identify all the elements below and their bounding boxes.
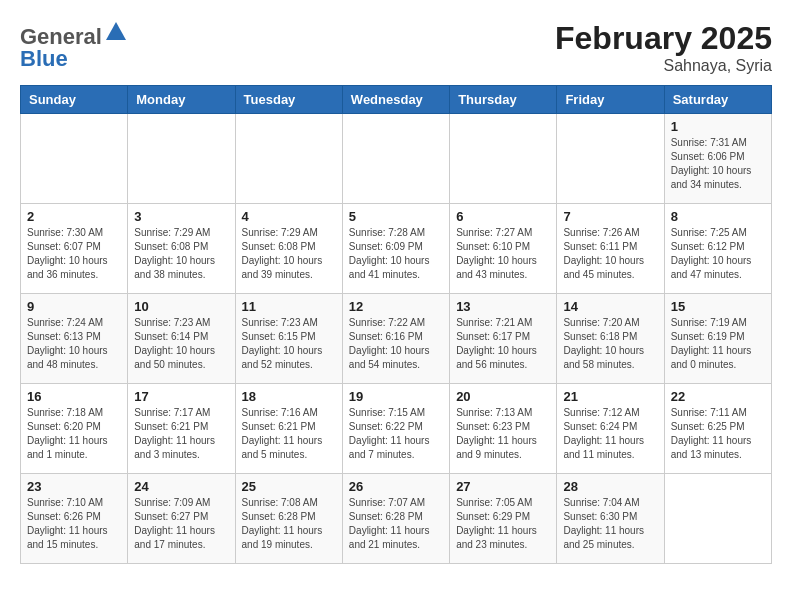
day-info: Sunrise: 7:07 AM Sunset: 6:28 PM Dayligh… <box>349 496 443 552</box>
day-number: 20 <box>456 389 550 404</box>
day-info: Sunrise: 7:19 AM Sunset: 6:19 PM Dayligh… <box>671 316 765 372</box>
calendar-week-1: 1Sunrise: 7:31 AM Sunset: 6:06 PM Daylig… <box>21 114 772 204</box>
day-number: 6 <box>456 209 550 224</box>
day-info: Sunrise: 7:31 AM Sunset: 6:06 PM Dayligh… <box>671 136 765 192</box>
weekday-thursday: Thursday <box>450 86 557 114</box>
calendar-cell: 13Sunrise: 7:21 AM Sunset: 6:17 PM Dayli… <box>450 294 557 384</box>
day-info: Sunrise: 7:24 AM Sunset: 6:13 PM Dayligh… <box>27 316 121 372</box>
day-info: Sunrise: 7:28 AM Sunset: 6:09 PM Dayligh… <box>349 226 443 282</box>
day-info: Sunrise: 7:22 AM Sunset: 6:16 PM Dayligh… <box>349 316 443 372</box>
calendar-cell: 2Sunrise: 7:30 AM Sunset: 6:07 PM Daylig… <box>21 204 128 294</box>
logo-icon <box>104 20 128 44</box>
day-number: 12 <box>349 299 443 314</box>
day-info: Sunrise: 7:17 AM Sunset: 6:21 PM Dayligh… <box>134 406 228 462</box>
calendar-cell: 24Sunrise: 7:09 AM Sunset: 6:27 PM Dayli… <box>128 474 235 564</box>
day-number: 21 <box>563 389 657 404</box>
calendar-week-3: 9Sunrise: 7:24 AM Sunset: 6:13 PM Daylig… <box>21 294 772 384</box>
calendar-cell: 9Sunrise: 7:24 AM Sunset: 6:13 PM Daylig… <box>21 294 128 384</box>
calendar-cell <box>450 114 557 204</box>
calendar-cell: 23Sunrise: 7:10 AM Sunset: 6:26 PM Dayli… <box>21 474 128 564</box>
calendar-cell: 5Sunrise: 7:28 AM Sunset: 6:09 PM Daylig… <box>342 204 449 294</box>
day-info: Sunrise: 7:15 AM Sunset: 6:22 PM Dayligh… <box>349 406 443 462</box>
calendar-cell: 20Sunrise: 7:13 AM Sunset: 6:23 PM Dayli… <box>450 384 557 474</box>
day-info: Sunrise: 7:23 AM Sunset: 6:15 PM Dayligh… <box>242 316 336 372</box>
day-info: Sunrise: 7:21 AM Sunset: 6:17 PM Dayligh… <box>456 316 550 372</box>
weekday-tuesday: Tuesday <box>235 86 342 114</box>
day-info: Sunrise: 7:09 AM Sunset: 6:27 PM Dayligh… <box>134 496 228 552</box>
day-info: Sunrise: 7:16 AM Sunset: 6:21 PM Dayligh… <box>242 406 336 462</box>
weekday-saturday: Saturday <box>664 86 771 114</box>
day-number: 2 <box>27 209 121 224</box>
day-number: 26 <box>349 479 443 494</box>
day-info: Sunrise: 7:13 AM Sunset: 6:23 PM Dayligh… <box>456 406 550 462</box>
calendar-cell <box>342 114 449 204</box>
day-number: 3 <box>134 209 228 224</box>
calendar-cell <box>128 114 235 204</box>
day-info: Sunrise: 7:04 AM Sunset: 6:30 PM Dayligh… <box>563 496 657 552</box>
weekday-wednesday: Wednesday <box>342 86 449 114</box>
day-info: Sunrise: 7:08 AM Sunset: 6:28 PM Dayligh… <box>242 496 336 552</box>
weekday-friday: Friday <box>557 86 664 114</box>
calendar-cell: 15Sunrise: 7:19 AM Sunset: 6:19 PM Dayli… <box>664 294 771 384</box>
calendar-cell: 27Sunrise: 7:05 AM Sunset: 6:29 PM Dayli… <box>450 474 557 564</box>
svg-marker-0 <box>106 22 126 40</box>
day-info: Sunrise: 7:10 AM Sunset: 6:26 PM Dayligh… <box>27 496 121 552</box>
day-info: Sunrise: 7:18 AM Sunset: 6:20 PM Dayligh… <box>27 406 121 462</box>
calendar-cell: 8Sunrise: 7:25 AM Sunset: 6:12 PM Daylig… <box>664 204 771 294</box>
day-number: 7 <box>563 209 657 224</box>
weekday-header-row: SundayMondayTuesdayWednesdayThursdayFrid… <box>21 86 772 114</box>
day-number: 19 <box>349 389 443 404</box>
day-info: Sunrise: 7:23 AM Sunset: 6:14 PM Dayligh… <box>134 316 228 372</box>
calendar-subtitle: Sahnaya, Syria <box>555 57 772 75</box>
calendar-cell: 21Sunrise: 7:12 AM Sunset: 6:24 PM Dayli… <box>557 384 664 474</box>
calendar-cell: 22Sunrise: 7:11 AM Sunset: 6:25 PM Dayli… <box>664 384 771 474</box>
calendar-cell: 12Sunrise: 7:22 AM Sunset: 6:16 PM Dayli… <box>342 294 449 384</box>
calendar-cell: 25Sunrise: 7:08 AM Sunset: 6:28 PM Dayli… <box>235 474 342 564</box>
day-number: 23 <box>27 479 121 494</box>
calendar-cell: 19Sunrise: 7:15 AM Sunset: 6:22 PM Dayli… <box>342 384 449 474</box>
calendar-table: SundayMondayTuesdayWednesdayThursdayFrid… <box>20 85 772 564</box>
day-number: 5 <box>349 209 443 224</box>
calendar-cell: 3Sunrise: 7:29 AM Sunset: 6:08 PM Daylig… <box>128 204 235 294</box>
day-number: 14 <box>563 299 657 314</box>
day-number: 9 <box>27 299 121 314</box>
day-number: 24 <box>134 479 228 494</box>
day-info: Sunrise: 7:26 AM Sunset: 6:11 PM Dayligh… <box>563 226 657 282</box>
day-info: Sunrise: 7:29 AM Sunset: 6:08 PM Dayligh… <box>242 226 336 282</box>
weekday-sunday: Sunday <box>21 86 128 114</box>
day-number: 11 <box>242 299 336 314</box>
calendar-cell <box>21 114 128 204</box>
calendar-cell: 4Sunrise: 7:29 AM Sunset: 6:08 PM Daylig… <box>235 204 342 294</box>
calendar-cell <box>664 474 771 564</box>
day-number: 8 <box>671 209 765 224</box>
day-number: 18 <box>242 389 336 404</box>
day-info: Sunrise: 7:20 AM Sunset: 6:18 PM Dayligh… <box>563 316 657 372</box>
calendar-cell <box>557 114 664 204</box>
calendar-cell: 1Sunrise: 7:31 AM Sunset: 6:06 PM Daylig… <box>664 114 771 204</box>
calendar-cell: 28Sunrise: 7:04 AM Sunset: 6:30 PM Dayli… <box>557 474 664 564</box>
calendar-cell: 7Sunrise: 7:26 AM Sunset: 6:11 PM Daylig… <box>557 204 664 294</box>
day-number: 16 <box>27 389 121 404</box>
calendar-title: February 2025 <box>555 20 772 57</box>
day-number: 27 <box>456 479 550 494</box>
day-info: Sunrise: 7:11 AM Sunset: 6:25 PM Dayligh… <box>671 406 765 462</box>
calendar-cell: 16Sunrise: 7:18 AM Sunset: 6:20 PM Dayli… <box>21 384 128 474</box>
day-info: Sunrise: 7:29 AM Sunset: 6:08 PM Dayligh… <box>134 226 228 282</box>
day-number: 1 <box>671 119 765 134</box>
day-number: 10 <box>134 299 228 314</box>
calendar-cell: 26Sunrise: 7:07 AM Sunset: 6:28 PM Dayli… <box>342 474 449 564</box>
calendar-cell: 6Sunrise: 7:27 AM Sunset: 6:10 PM Daylig… <box>450 204 557 294</box>
day-info: Sunrise: 7:12 AM Sunset: 6:24 PM Dayligh… <box>563 406 657 462</box>
calendar-cell: 10Sunrise: 7:23 AM Sunset: 6:14 PM Dayli… <box>128 294 235 384</box>
day-number: 22 <box>671 389 765 404</box>
calendar-week-5: 23Sunrise: 7:10 AM Sunset: 6:26 PM Dayli… <box>21 474 772 564</box>
calendar-week-2: 2Sunrise: 7:30 AM Sunset: 6:07 PM Daylig… <box>21 204 772 294</box>
day-number: 28 <box>563 479 657 494</box>
calendar-cell: 17Sunrise: 7:17 AM Sunset: 6:21 PM Dayli… <box>128 384 235 474</box>
calendar-cell: 11Sunrise: 7:23 AM Sunset: 6:15 PM Dayli… <box>235 294 342 384</box>
calendar-cell: 18Sunrise: 7:16 AM Sunset: 6:21 PM Dayli… <box>235 384 342 474</box>
day-info: Sunrise: 7:05 AM Sunset: 6:29 PM Dayligh… <box>456 496 550 552</box>
calendar-body: 1Sunrise: 7:31 AM Sunset: 6:06 PM Daylig… <box>21 114 772 564</box>
day-number: 25 <box>242 479 336 494</box>
calendar-week-4: 16Sunrise: 7:18 AM Sunset: 6:20 PM Dayli… <box>21 384 772 474</box>
